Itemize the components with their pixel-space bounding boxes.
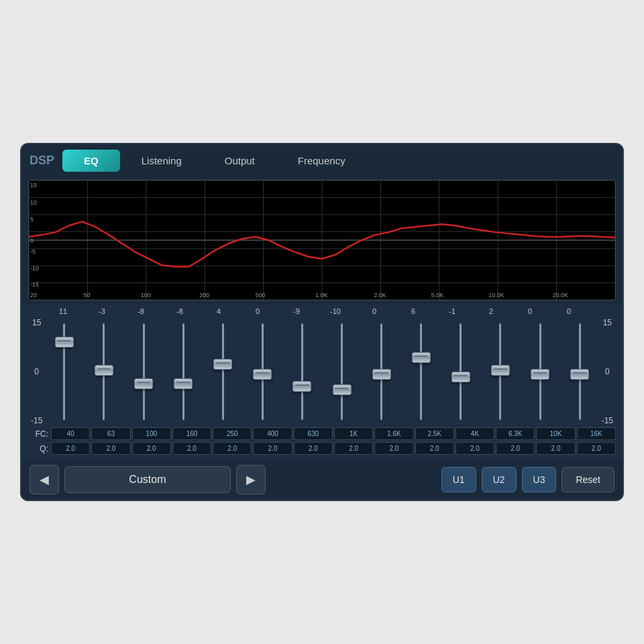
fader-handle-13[interactable] (570, 369, 589, 380)
next-button[interactable]: ▶ (236, 465, 266, 494)
fader-track-3 (182, 323, 184, 420)
q-cell-0[interactable]: 2.0 (51, 442, 90, 455)
side-label-top-left: 15 (31, 318, 42, 327)
q-cell-10[interactable]: 2.0 (455, 442, 494, 455)
q-cell-12[interactable]: 2.0 (536, 442, 575, 455)
q-cell-9[interactable]: 2.0 (415, 442, 454, 455)
fc-cell-13[interactable]: 16K (577, 427, 616, 440)
fader-track-4 (222, 323, 224, 420)
fader-3[interactable] (164, 318, 203, 425)
tab-listening[interactable]: Listening (120, 150, 203, 172)
fc-cell-10[interactable]: 4K (455, 427, 494, 440)
side-label-left: 15 0 -15 (28, 318, 45, 425)
svg-text:100: 100 (141, 292, 151, 299)
fader-handle-6[interactable] (292, 381, 311, 392)
svg-text:0: 0 (30, 237, 34, 244)
q-cell-4[interactable]: 2.0 (213, 442, 252, 455)
fc-cell-9[interactable]: 2.5K (415, 427, 454, 440)
fader-handle-7[interactable] (333, 384, 352, 395)
svg-text:-15: -15 (30, 281, 39, 288)
fader-track-11 (499, 323, 501, 420)
fader-10[interactable] (441, 318, 480, 425)
fader-val-7: -10 (317, 307, 354, 315)
fc-cell-1[interactable]: 63 (91, 427, 130, 440)
side-label-mid-right: 0 (602, 367, 613, 376)
prev-button[interactable]: ◀ (30, 465, 59, 494)
fader-handle-5[interactable] (253, 369, 272, 380)
tab-frequency[interactable]: Frequency (276, 150, 367, 172)
fc-cell-4[interactable]: 250 (213, 427, 252, 440)
fader-val-10: -1 (433, 307, 471, 315)
fader-handle-8[interactable] (372, 369, 391, 380)
bottom-bar: ◀ Custom ▶ U1 U2 U3 Reset (21, 460, 623, 500)
fader-handle-1[interactable] (95, 365, 113, 376)
fader-val-9: 6 (394, 307, 432, 315)
side-label-bot-right: -15 (602, 416, 613, 425)
fc-cell-5[interactable]: 400 (253, 427, 292, 440)
fader-handle-10[interactable] (451, 372, 470, 382)
reset-button[interactable]: Reset (561, 467, 614, 492)
preset-label[interactable]: Custom (64, 466, 231, 493)
svg-text:10: 10 (30, 199, 37, 206)
side-label-right: 15 0 -15 (599, 318, 616, 425)
fader-handle-3[interactable] (174, 378, 193, 389)
fader-0[interactable] (45, 318, 83, 425)
fader-handle-0[interactable] (55, 337, 74, 347)
q-cell-11[interactable]: 2.0 (496, 442, 535, 455)
q-cell-1[interactable]: 2.0 (91, 442, 130, 455)
fc-cell-0[interactable]: 40 (51, 427, 90, 440)
fader-val-0: 11 (44, 307, 82, 315)
fader-val-4: 4 (200, 307, 237, 315)
fader-track-5 (262, 323, 264, 420)
fader-val-2: -8 (122, 307, 160, 315)
fc-cell-6[interactable]: 630 (294, 427, 333, 440)
fader-2[interactable] (125, 318, 163, 425)
tab-output[interactable]: Output (203, 150, 276, 172)
q-cell-6[interactable]: 2.0 (294, 442, 333, 455)
q-cell-7[interactable]: 2.0 (334, 442, 373, 455)
svg-text:-10: -10 (30, 266, 39, 272)
fader-12[interactable] (521, 318, 559, 425)
fader-11[interactable] (481, 318, 519, 425)
fader-8[interactable] (362, 318, 400, 425)
fader-1[interactable] (85, 318, 123, 425)
q-cell-2[interactable]: 2.0 (132, 442, 171, 455)
u3-button[interactable]: U3 (522, 467, 557, 492)
q-cell-5[interactable]: 2.0 (253, 442, 292, 455)
fc-cell-12[interactable]: 10K (536, 427, 575, 440)
u2-button[interactable]: U2 (482, 467, 517, 492)
fader-handle-4[interactable] (213, 359, 232, 370)
fc-row: FC: 40 63 100 160 250 400 630 1K 1.6K 2.… (28, 427, 616, 440)
fader-values-row: 11 -3 -8 -8 4 0 -9 -10 0 6 -1 2 0 0 (28, 307, 616, 315)
fader-4[interactable] (204, 318, 242, 425)
fader-13[interactable] (561, 318, 599, 425)
fader-handle-9[interactable] (412, 352, 431, 363)
fc-cell-2[interactable]: 100 (132, 427, 171, 440)
side-label-bot-left: -15 (31, 416, 42, 425)
tab-eq[interactable]: EQ (62, 150, 120, 172)
fader-track-1 (103, 323, 105, 420)
fader-handle-11[interactable] (491, 365, 510, 376)
fader-6[interactable] (283, 318, 321, 425)
header: DSP EQ Listening Output Frequency (21, 144, 623, 177)
svg-text:5: 5 (30, 216, 34, 223)
fc-cell-3[interactable]: 160 (172, 427, 211, 440)
q-cell-3[interactable]: 2.0 (172, 442, 211, 455)
fc-cell-11[interactable]: 6.3K (496, 427, 535, 440)
svg-text:10.0K: 10.0K (488, 292, 504, 299)
fc-cell-7[interactable]: 1K (334, 427, 373, 440)
q-cell-8[interactable]: 2.0 (374, 442, 413, 455)
fader-9[interactable] (402, 318, 440, 425)
fader-handle-12[interactable] (531, 369, 549, 380)
u1-button[interactable]: U1 (441, 467, 476, 492)
fader-val-13: 0 (550, 307, 588, 315)
fader-5[interactable] (244, 318, 282, 425)
q-label: Q: (28, 444, 48, 453)
fc-cell-8[interactable]: 1.6K (374, 427, 413, 440)
fader-handle-2[interactable] (134, 378, 153, 389)
fader-val-6: -9 (278, 307, 315, 315)
fader-7[interactable] (323, 318, 361, 425)
q-cell-13[interactable]: 2.0 (577, 442, 616, 455)
eq-chart[interactable]: 20 50 100 200 500 1.0K 2.0K 5.0K 10.0K 2… (28, 180, 616, 301)
svg-text:20.0K: 20.0K (553, 292, 568, 299)
